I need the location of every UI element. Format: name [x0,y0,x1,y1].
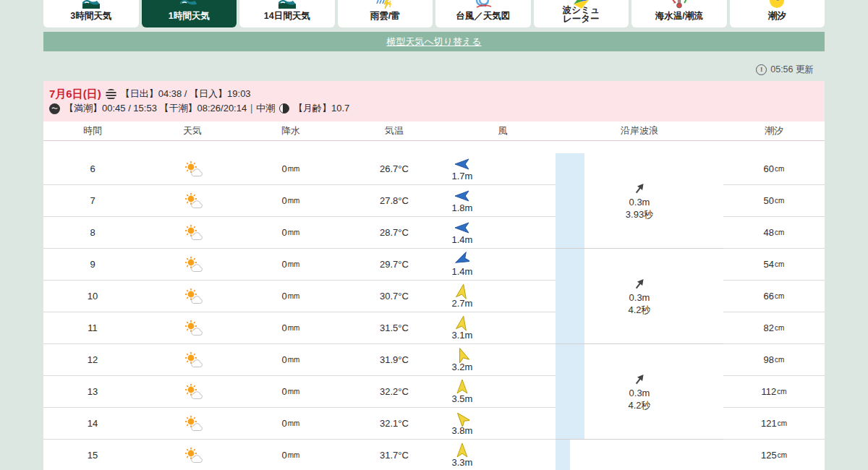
wind-cell: 1.4m [450,217,556,249]
sun-cloud-icon [182,415,203,432]
tide-cell: 54cm [723,249,825,281]
hour-cell: 8 [43,217,142,249]
sun-cloud-icon [182,351,203,369]
hour-cell: 6 [43,153,142,185]
wind-direction-arrow [455,188,469,204]
hour-cell: 7 [43,185,142,217]
tab-label: 海水温/潮流 [655,12,703,20]
wind-cell: 3.2m [450,344,556,376]
wave-cell: 0.3m4.2秒 [584,344,723,440]
weather-icon-cell [142,344,243,376]
tab-label: 1時間天気 [169,12,210,20]
switch-layout-link[interactable]: 横型天気へ切り替える [386,35,481,48]
tide-icon [767,0,786,10]
tide-cell: 121cm [723,408,825,440]
wind-cell: 2.7m [450,281,556,312]
wave-direction-arrow [632,468,647,470]
tide-cell: 125cm [723,440,825,470]
sunrise-sunset-times: 【日出】04:38 / 【日入】19:03 [121,87,251,101]
weather-icon-cell [142,217,243,249]
clock-icon: ! [756,64,767,75]
wind-direction-arrow [455,283,469,299]
wind-cell: 3.5m [450,376,556,408]
weather-tab-bar: 3時間天気1時間天気14日間天気雨雲/雷台風／天気図波シミュレーター海水温/潮流… [43,0,825,27]
update-time: 05:56 更新 [770,64,814,76]
tab-label: 雨雲/雷 [370,12,400,20]
col-header-weather: 天気 [142,121,243,141]
wind-cell: 3.8m [450,408,556,440]
tab-label: 潮汐 [768,12,786,20]
tab-label: 3時間天気 [70,12,111,20]
typhoon-icon [474,0,493,10]
col-header-tide: 潮汐 [723,121,825,141]
precip-cell: 0mm [243,408,339,440]
tide-cell: 48cm [723,217,825,249]
wind-cell: 1.4m [450,249,556,281]
col-header-precip: 降水 [243,121,339,141]
wind-direction-arrow [455,252,469,268]
hour-cell: 14 [43,408,142,440]
hourly-forecast-table: 時間 天気 降水 気温 風 沿岸波浪 潮汐 60mm26.7°C1.7m60cm… [43,121,825,470]
wind-direction-arrow [455,379,469,395]
weather-icon-cell [142,153,243,185]
precip-cell: 0mm [243,312,339,344]
tab-wave-simulator[interactable]: 波シミュレーター [534,0,629,27]
temp-cell: 32.2°C [339,376,450,408]
tab-typhoon-chart[interactable]: 台風／天気図 [435,0,531,27]
tab-label: 波シミュレーター [563,6,600,23]
wind-direction-arrow [455,443,469,458]
temp-cell: 31.5°C [339,312,450,344]
tab-tide[interactable]: 潮汐 [730,0,825,27]
weather-icon-cell [142,408,243,440]
wind-cell: 1.8m [450,185,556,217]
precip-cell: 0mm [243,281,339,312]
weather-icon-cell [142,185,243,217]
hour-cell: 12 [43,344,142,376]
wind-cell: 1.7m [450,153,556,185]
col-header-wind: 風 [450,121,556,141]
beach-icon [82,0,101,10]
temp-cell: 32.1°C [339,408,450,440]
date-label: 7月6日(日) [49,87,101,101]
switch-layout-banner: 横型天気へ切り替える [43,32,825,51]
tide-graph-band [556,344,584,440]
hour-cell: 15 [43,440,142,470]
day-header: 7月6日(日) 【日出】04:38 / 【日入】19:03 〜 【満潮】00:4… [43,81,825,121]
precip-cell: 0mm [243,249,339,281]
sun-cloud-icon [182,320,203,337]
sun-cloud-icon [182,383,203,401]
hour-cell: 13 [43,376,142,408]
temp-cell: 27.8°C [339,185,450,217]
sun-cloud-icon [182,447,203,464]
temp-cell: 31.9°C [339,344,450,376]
thunder-icon [375,0,394,10]
tide-wave-icon: 〜 [49,103,60,114]
wind-cell: 3.1m [450,312,556,344]
tab-label: 14日間天気 [264,12,310,20]
wind-direction-arrow [455,347,469,363]
tab-14day-weather[interactable]: 14日間天気 [239,0,335,27]
tab-seatemp-current[interactable]: 海水温/潮流 [631,0,727,27]
col-header-temp: 気温 [339,121,450,141]
tide-cell: 50cm [723,185,825,217]
tide-cell: 82cm [723,312,825,344]
tide-cell: 60cm [723,153,825,185]
sun-cloud-icon [182,161,203,178]
tide-cell: 112cm [723,376,825,408]
temp-cell: 26.7°C [339,153,450,185]
hour-cell: 11 [43,312,142,344]
tab-label: 台風／天気図 [456,12,510,20]
wave-direction-arrow [632,372,647,387]
tab-3hour-weather[interactable]: 3時間天気 [43,0,139,27]
tide-graph-band [556,153,584,249]
hour-cell: 10 [43,281,142,312]
tide-cell: 98cm [723,344,825,376]
weather-icon-cell [142,376,243,408]
tab-1hour-weather[interactable]: 1時間天気 [142,0,237,27]
tide-cell: 66cm [723,281,825,312]
wave-cell: 0.3m4.2秒 [584,440,723,470]
tide-graph-band [556,249,584,344]
tab-raincloud-thunder[interactable]: 雨雲/雷 [338,0,433,27]
weather-icon-cell [142,312,243,344]
tide-times: 【満潮】00:45 / 15:53 【干潮】08:26/20:14｜中潮 [64,102,275,115]
